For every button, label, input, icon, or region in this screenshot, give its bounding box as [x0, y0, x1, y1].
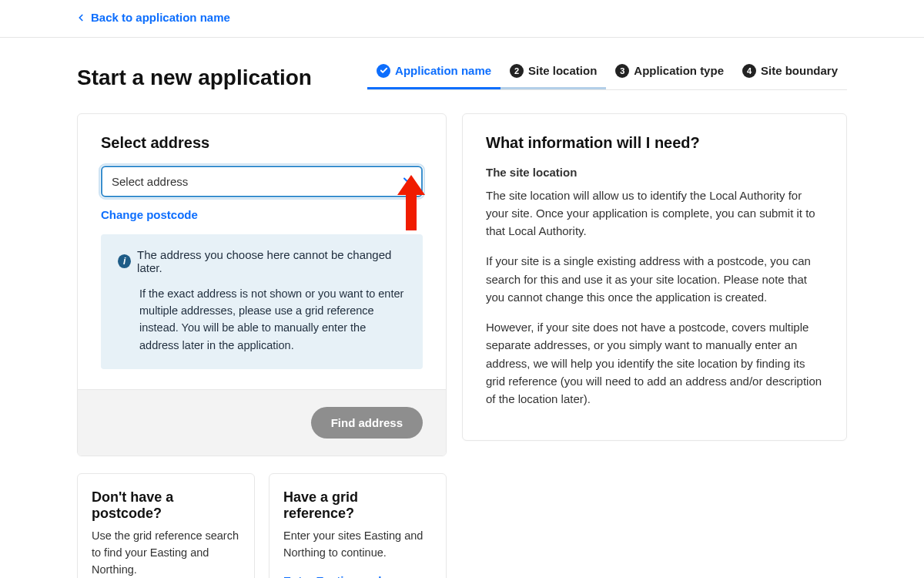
card-title: Select address: [101, 134, 423, 152]
enter-easting-northing-link[interactable]: Enter Easting and Northing: [283, 574, 382, 578]
page-title: Start a new application: [77, 66, 312, 90]
step-number-icon: 3: [615, 64, 629, 78]
info-body: If the exact address is not shown or you…: [118, 285, 406, 355]
info-box: i The address you choose here cannot be …: [101, 234, 423, 370]
stepper: Application name 2 Site location 3 Appli…: [367, 56, 847, 90]
info-panel: What information will I need? The site l…: [462, 113, 847, 442]
info-panel-paragraph: The site location will allow us to ident…: [486, 187, 823, 240]
sub-card-title: Have a grid reference?: [283, 489, 432, 522]
info-panel-subhead: The site location: [486, 166, 823, 179]
topbar: Back to application name: [0, 8, 924, 38]
info-panel-paragraph: If your site is a single existing addres…: [486, 252, 823, 306]
back-label: Back to application name: [91, 11, 230, 24]
select-address-card: Select address Select address Change pos…: [77, 113, 447, 457]
card-footer: Find address: [78, 389, 446, 455]
chevron-down-icon: [401, 174, 413, 189]
info-icon: i: [118, 254, 131, 268]
step-label: Application name: [395, 64, 491, 77]
back-link[interactable]: Back to application name: [75, 11, 230, 24]
info-panel-paragraph: However, if your site does not have a po…: [486, 318, 823, 408]
step-site-location[interactable]: 2 Site location: [500, 56, 606, 89]
step-application-name[interactable]: Application name: [367, 56, 500, 89]
step-label: Site boundary: [761, 64, 838, 77]
info-title: The address you choose here cannot be ch…: [137, 248, 406, 274]
step-label: Site location: [528, 64, 597, 77]
step-site-boundary[interactable]: 4 Site boundary: [733, 56, 847, 89]
step-label: Application type: [634, 64, 724, 77]
find-address-button[interactable]: Find address: [311, 407, 423, 439]
address-select[interactable]: Select address: [101, 166, 423, 197]
grid-reference-card: Have a grid reference? Enter your sites …: [269, 473, 447, 578]
info-title-row: i The address you choose here cannot be …: [118, 248, 406, 274]
select-placeholder: Select address: [112, 175, 188, 188]
step-application-type[interactable]: 3 Application type: [606, 56, 733, 89]
step-number-icon: 2: [510, 64, 524, 78]
change-postcode-link[interactable]: Change postcode: [101, 208, 198, 221]
chevron-left-icon: [75, 12, 86, 23]
check-icon: [377, 64, 390, 78]
no-postcode-card: Don't have a postcode? Use the grid refe…: [77, 473, 255, 578]
step-number-icon: 4: [742, 64, 756, 78]
sub-card-title: Don't have a postcode?: [92, 489, 240, 522]
sub-card-body: Use the grid reference search to find yo…: [92, 528, 240, 578]
sub-card-body: Enter your sites Easting and Northing to…: [283, 528, 432, 562]
info-panel-title: What information will I need?: [486, 134, 823, 152]
